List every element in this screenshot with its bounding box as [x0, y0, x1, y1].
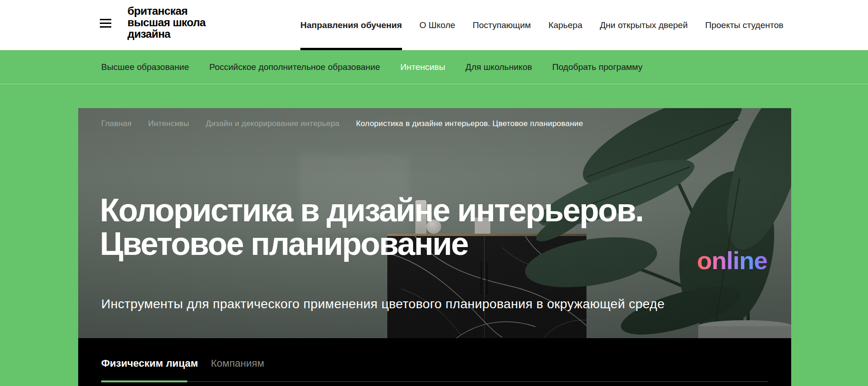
- subnav-item-intensives[interactable]: Интенсивы: [400, 62, 445, 72]
- subnav-item-additional-education[interactable]: Российское дополнительное образование: [209, 62, 380, 72]
- logo-line: британская: [127, 5, 206, 17]
- nav-item-applicants[interactable]: Поступающим: [473, 0, 531, 50]
- nav-item-directions[interactable]: Направления обучения: [300, 0, 402, 50]
- nav-item-student-projects[interactable]: Проекты студентов: [705, 0, 783, 50]
- page-title-line1: Колористика в дизайне интерьеров.: [100, 194, 643, 227]
- logo-line: дизайна: [127, 28, 206, 40]
- menu-icon-bar: [100, 26, 111, 28]
- logo-line: высшая школа: [127, 17, 206, 28]
- menu-icon[interactable]: [100, 19, 111, 28]
- page-title: Колористика в дизайне интерьеров. Цветов…: [100, 194, 643, 261]
- page-subtitle: Инструменты для практического применения…: [101, 297, 665, 311]
- page-title-line2: Цветовое планирование: [100, 227, 643, 261]
- tab-individuals[interactable]: Физическим лицам: [101, 357, 198, 369]
- subnav-item-choose-program[interactable]: Подобрать программу: [552, 62, 643, 72]
- main-nav: Направления обучения О Школе Поступающим…: [300, 0, 783, 50]
- nav-item-about-school[interactable]: О Школе: [420, 0, 455, 50]
- nav-item-open-days[interactable]: Дни открытых дверей: [600, 0, 688, 50]
- breadcrumb-intensives[interactable]: Интенсивы: [148, 119, 189, 128]
- page-background: Высшее образование Российское дополнител…: [0, 50, 868, 386]
- breadcrumb-home[interactable]: Главная: [101, 119, 132, 128]
- audience-tabs: Физическим лицам Компаниям: [101, 357, 264, 369]
- secondary-nav: Высшее образование Российское дополнител…: [0, 50, 868, 84]
- subnav-item-higher-education[interactable]: Высшее образование: [101, 62, 189, 72]
- school-logo[interactable]: британская высшая школа дизайна: [127, 5, 206, 40]
- online-badge: online: [697, 246, 767, 275]
- tab-companies[interactable]: Компаниям: [211, 357, 264, 369]
- breadcrumb-interior-design[interactable]: Дизайн и декорирование интерьера: [206, 119, 339, 128]
- nav-item-career[interactable]: Карьера: [548, 0, 582, 50]
- menu-icon-bar: [100, 19, 111, 20]
- audience-tabs-bar: Физическим лицам Компаниям: [78, 338, 791, 386]
- subnav-item-for-schoolkids[interactable]: Для школьников: [466, 62, 532, 72]
- site-header: британская высшая школа дизайна Направле…: [0, 0, 868, 50]
- cabinet-handle: [481, 262, 482, 294]
- breadcrumb: Главная Интенсивы Дизайн и декорирование…: [101, 119, 583, 128]
- cabinet-handle: [486, 262, 488, 294]
- menu-icon-bar: [100, 23, 111, 24]
- active-tab-underline: [101, 380, 187, 382]
- breadcrumb-current-page: Колористика в дизайне интерьеров. Цветов…: [356, 119, 583, 128]
- tab-track-line: [101, 381, 768, 382]
- hero-banner: Главная Интенсивы Дизайн и декорирование…: [78, 108, 791, 338]
